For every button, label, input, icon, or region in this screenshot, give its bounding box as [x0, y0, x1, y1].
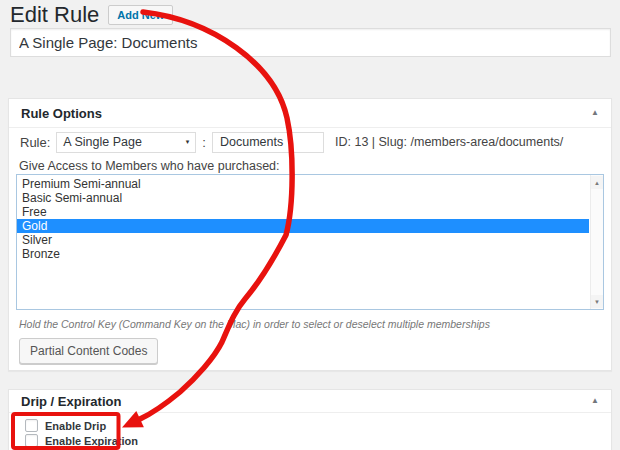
multiselect-help-note: Hold the Control Key (Command Key on the…: [19, 318, 601, 330]
rule-type-select[interactable]: A Single Page ▾: [56, 132, 196, 153]
rule-type-value: A Single Page: [63, 135, 142, 149]
rule-content-input[interactable]: [212, 132, 324, 153]
collapse-up-icon[interactable]: ▲: [591, 397, 599, 405]
scrollbar-up-icon[interactable]: ▲: [591, 176, 603, 189]
membership-option-selected[interactable]: Gold: [17, 219, 589, 233]
enable-drip-label[interactable]: Enable Drip: [45, 420, 106, 432]
drip-expiration-body: Enable Drip Enable Expiration: [9, 413, 611, 447]
edit-rule-page: Edit Rule Add New Rule Options ▲ Rule: A…: [0, 0, 620, 450]
rule-options-body: Rule: A Single Page ▾ : ID: 13 | Slug: /…: [9, 131, 611, 364]
enable-expiration-checkbox[interactable]: [25, 434, 38, 447]
membership-option[interactable]: Premium Semi-annual: [17, 177, 589, 191]
drip-expiration-header: Drip / Expiration ▲: [9, 390, 611, 413]
rule-options-header: Rule Options ▲: [9, 99, 611, 128]
rule-separator: :: [202, 135, 206, 150]
access-label: Give Access to Members who have purchase…: [19, 159, 601, 173]
enable-expiration-row: Enable Expiration: [18, 434, 601, 447]
partial-content-codes-button[interactable]: Partial Content Codes: [19, 338, 158, 364]
add-new-button[interactable]: Add New: [108, 5, 173, 25]
page-header: Edit Rule Add New: [10, 3, 173, 27]
collapse-up-icon[interactable]: ▲: [591, 109, 599, 117]
rule-label: Rule:: [19, 135, 50, 150]
membership-option[interactable]: Basic Semi-annual: [17, 191, 589, 205]
rule-row: Rule: A Single Page ▾ : ID: 13 | Slug: /…: [19, 131, 601, 153]
membership-multiselect: Premium Semi-annual Basic Semi-annual Fr…: [16, 174, 604, 310]
list-scrollbar[interactable]: ▲ ▼: [590, 175, 603, 309]
scrollbar-down-icon[interactable]: ▼: [591, 295, 603, 308]
rule-title-input[interactable]: [10, 28, 611, 57]
page-title: Edit Rule: [10, 3, 99, 27]
membership-option[interactable]: Bronze: [17, 247, 589, 261]
enable-expiration-label[interactable]: Enable Expiration: [45, 435, 138, 447]
drip-expiration-title: Drip / Expiration: [21, 394, 121, 409]
rule-options-panel: Rule Options ▲ Rule: A Single Page ▾ : I…: [8, 98, 612, 371]
id-slug-text: ID: 13 | Slug: /members-area/documents/: [335, 135, 563, 149]
membership-option[interactable]: Free: [17, 205, 589, 219]
drip-expiration-panel: Drip / Expiration ▲ Enable Drip Enable E…: [8, 389, 612, 450]
membership-option[interactable]: Silver: [17, 233, 589, 247]
enable-drip-checkbox[interactable]: [25, 419, 38, 432]
enable-drip-row: Enable Drip: [18, 419, 601, 432]
rule-options-title: Rule Options: [21, 106, 102, 121]
chevron-down-icon: ▾: [186, 138, 190, 146]
